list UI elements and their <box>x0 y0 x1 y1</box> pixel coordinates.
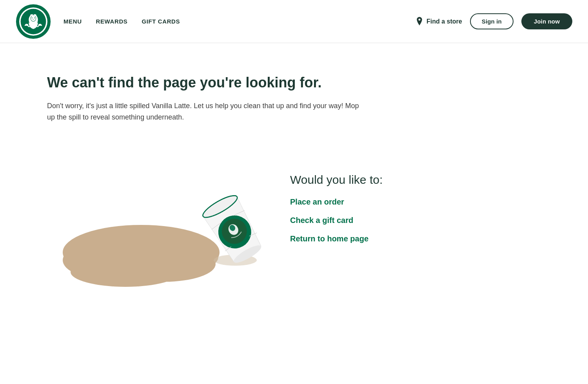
header-actions: Find a store Sign in Join now <box>416 13 572 29</box>
site-header: MENU REWARDS GIFT CARDS Find a store Sig… <box>0 0 588 43</box>
spill-svg-graphic <box>47 139 267 288</box>
find-store-link[interactable]: Find a store <box>416 17 462 26</box>
svg-point-6 <box>32 17 33 18</box>
svg-point-5 <box>31 15 36 21</box>
error-heading: We can't find the page you're looking fo… <box>47 74 384 91</box>
logo[interactable] <box>16 4 51 39</box>
join-now-button[interactable]: Join now <box>521 13 572 29</box>
error-description: Don't worry, it's just a little spilled … <box>47 100 361 123</box>
actions-panel: Would you like to: Place an order Check … <box>290 173 383 253</box>
nav-rewards-link[interactable]: REWARDS <box>96 18 128 25</box>
content-row: Would you like to: Place an order Check … <box>47 139 541 288</box>
main-content: We can't find the page you're looking fo… <box>0 43 588 311</box>
svg-point-8 <box>33 14 34 15</box>
find-store-label: Find a store <box>426 18 462 25</box>
sign-in-button[interactable]: Sign in <box>470 13 514 29</box>
actions-title: Would you like to: <box>290 173 383 187</box>
return-home-link[interactable]: Return to home page <box>290 234 383 243</box>
location-pin-icon <box>416 17 423 26</box>
svg-point-7 <box>34 17 35 18</box>
nav-gift-cards-link[interactable]: GIFT CARDS <box>142 18 180 25</box>
place-order-link[interactable]: Place an order <box>290 197 383 206</box>
nav-menu-link[interactable]: MENU <box>64 18 82 25</box>
main-nav: MENU REWARDS GIFT CARDS <box>64 18 180 25</box>
starbucks-logo-icon <box>16 4 51 39</box>
spilled-cup-illustration <box>47 139 267 288</box>
check-gift-card-link[interactable]: Check a gift card <box>290 216 383 225</box>
